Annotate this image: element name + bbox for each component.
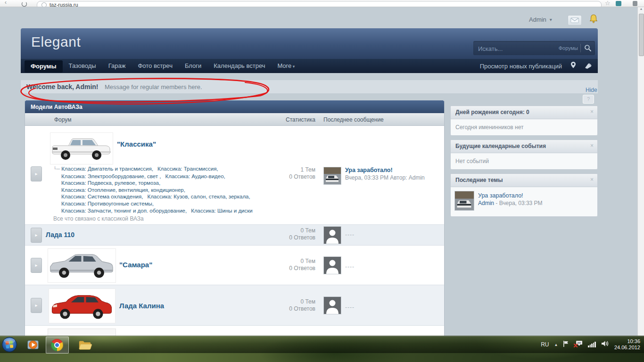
hide-message-link[interactable]: Hide [586,87,597,93]
search-input[interactable] [477,43,550,54]
signal-bars-icon[interactable] [588,342,596,347]
close-icon[interactable]: × [590,176,594,183]
subforum-link[interactable]: Классика: Электрооборудование, свет , [61,173,161,179]
user-menu[interactable]: Admin ▾ [529,16,552,23]
subforum-link[interactable]: Классика: Подвеска, рулевое, тормоза, [61,180,160,186]
box-body: Сегодня именинников нет [451,119,597,135]
forum-title-link[interactable]: Лада 110 [46,231,74,239]
search-submit-button[interactable] [584,44,592,52]
nav-tab[interactable]: Календарь встреч [207,59,271,73]
scrollbar-thumb[interactable] [639,14,644,56]
forum-title-link[interactable]: "Классика" [117,140,156,148]
bell-icon [589,14,598,23]
subforum-link[interactable]: Классика: Трансмиссия, [157,166,218,172]
sidebar: Дней рождения сегодня: 0 × Сегодня имени… [450,106,598,221]
category-header[interactable]: Модели АвтоВАЗа [25,100,444,113]
row-expand-button[interactable]: ▸ [31,228,42,243]
topic-author-link[interactable]: Admin [478,200,494,206]
nav-tab[interactable]: Фото встреч [132,59,179,73]
chrome-icon [51,339,63,351]
messages-button[interactable] [568,15,582,25]
extension-icon[interactable] [616,1,621,6]
theme-brush-icon[interactable] [585,62,592,71]
bookmark-star-icon[interactable]: ☆ [605,0,611,7]
column-stats: Статистика [270,116,315,123]
nav-tab[interactable]: Блоги [179,59,207,73]
wrench-icon[interactable] [633,1,637,6]
topic-title-link[interactable]: Ура заработало! [478,192,523,199]
forum-title-link[interactable]: "Самара" [119,261,152,269]
forum-stats: 1 Тем 0 Ответов [261,166,315,181]
notifications-button[interactable] [589,14,598,23]
subforum-link[interactable]: Классика: Система охлаждения, [61,194,143,199]
samara-car-image[interactable] [48,248,116,283]
subforum-link[interactable]: Классика: Двигатель и трансмиссия, [61,166,153,172]
forum-category: Модели АвтоВАЗа Форум Статистика Последн… [25,100,445,336]
address-bar[interactable]: taz-russia.ru [37,1,602,7]
search-icon [584,44,592,52]
search-scope-label[interactable]: Форумы [559,45,578,51]
subforum-link[interactable]: Классика: Аудио-видео, [165,173,225,179]
subforum-line: Классика: Система охлаждения,Классика: К… [53,193,280,200]
last-post-title-link[interactable]: Ура заработало! [345,167,393,173]
forum-row-samara: ▸ "Самара" 0 Тем 0 Ответов [25,246,444,285]
row-expand-button[interactable]: ▸ [31,258,42,273]
row-expand-button[interactable]: ▸ [31,166,42,181]
forum-title-link[interactable]: Лада Калина [119,302,164,310]
close-icon[interactable]: × [590,142,594,149]
reload-icon[interactable] [22,1,27,7]
windows-taskbar: RU ▲ 10:36 [0,336,644,353]
nav-tab[interactable]: Гараж [102,59,132,73]
column-last-post: Последнее сообщение [323,116,384,123]
location-pin-icon[interactable] [570,61,576,71]
column-header: Форум Статистика Последнее сообщение [25,113,444,126]
hidden-icons-chevron[interactable]: ▲ [554,343,558,347]
network-disconnected-icon[interactable] [574,340,583,349]
forum-stats: 0 Тем 0 Ответов [261,298,315,313]
last-post-avatar[interactable] [323,167,341,185]
subforum-link[interactable]: Классика: Отопление, вентиляция, кондици… [61,187,185,193]
subforum-link[interactable]: Классика: Шины и диски [191,208,253,214]
explorer-icon[interactable] [78,338,92,351]
clock-date: 24.06.2012 [614,345,640,351]
scrollbar[interactable]: ▲ [637,7,644,336]
replies-count: 0 Ответов [261,265,315,272]
volume-icon[interactable] [601,340,609,349]
kalina-car-image[interactable] [49,288,116,323]
welcome-message: Message for regular members here. [105,83,202,90]
nav-tab[interactable]: Форумы [25,60,63,73]
media-player-icon[interactable] [27,338,39,351]
language-indicator[interactable]: RU [541,341,549,348]
replies-count: 0 Ответов [261,305,315,313]
scroll-up-arrow[interactable]: ▲ [638,7,644,10]
start-button[interactable] [1,337,17,353]
nav-tab[interactable]: Тазоводы [63,59,102,73]
url-text[interactable]: taz-russia.ru [50,2,78,7]
forum-row-lada110: ▸ Лада 110 0 Тем 0 Ответов ---- [25,225,444,246]
close-icon[interactable]: × [590,108,594,115]
forum-stats: 0 Тем 0 Ответов [261,258,315,272]
topic-avatar[interactable] [454,191,474,211]
globe-icon [41,2,47,7]
forum-page: Admin ▾ Elegant Форумы Ф [0,7,637,336]
calendar-events-box: Будущие календарные события × Нет событи… [450,140,598,170]
chrome-taskbar-button[interactable] [46,337,69,354]
envelope-icon [570,17,579,23]
site-logo[interactable]: Elegant [31,34,81,50]
back-icon[interactable]: ‹ [5,0,7,6]
subforum-list: └─Классика: Двигатель и трансмиссия,Клас… [53,165,280,214]
subforum-link[interactable]: Классика: Противоугонные системы, [61,201,154,206]
view-new-content-link[interactable]: Просмотр новых публикаций [480,63,562,70]
no-posts-placeholder: ---- [345,263,355,270]
nav-tab[interactable]: More ▾ [272,59,301,73]
action-center-flag-icon[interactable] [563,340,569,349]
classic-car-image[interactable] [50,132,113,165]
row-expand-button[interactable]: ▸ [31,298,42,313]
no-posts-placeholder: ---- [345,304,355,311]
forum-row-klassika: ▸ "Классика" └─Классика: Двигатель и тра… [25,126,444,225]
site-header: Elegant Форумы [21,28,598,59]
subforum-link[interactable]: Классика: Запчасти, тюнинг и доп. оборуд… [61,208,187,214]
sidebar-toggle-button[interactable]: ? [583,95,594,104]
subforum-link[interactable]: Классика: Кузов, салон, стекла, зеркала, [147,194,250,199]
taskbar-clock[interactable]: 10:36 24.06.2012 [614,338,640,351]
